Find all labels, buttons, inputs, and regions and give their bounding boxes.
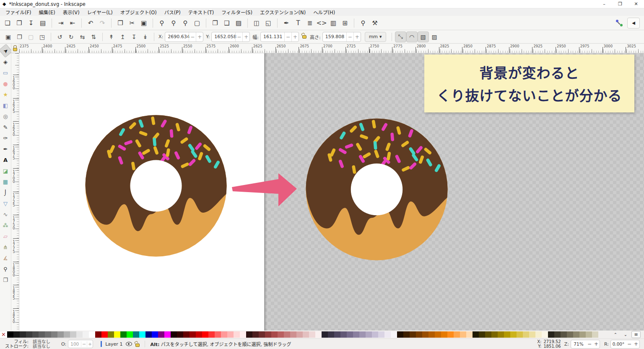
zoom-increment-button[interactable]: + bbox=[593, 341, 600, 347]
palette-swatch-56[interactable] bbox=[353, 331, 359, 338]
height-decrement-button[interactable]: − bbox=[346, 32, 353, 42]
lock-guides-icon[interactable] bbox=[13, 48, 17, 51]
palette-swatch-74[interactable] bbox=[466, 331, 473, 338]
print-icon[interactable]: ▤ bbox=[37, 17, 49, 29]
box-3d-tool[interactable]: ◧ bbox=[1, 100, 10, 110]
palette-swatch-71[interactable] bbox=[447, 331, 454, 338]
palette-swatch-15[interactable] bbox=[95, 331, 101, 338]
palette-swatch-35[interactable] bbox=[221, 331, 227, 338]
ungroup-icon[interactable]: ◱ bbox=[262, 17, 274, 29]
palette-swatch-49[interactable] bbox=[309, 331, 315, 338]
x-increment-button[interactable]: + bbox=[196, 32, 203, 42]
menu-item-8[interactable]: フィルター(S) bbox=[218, 8, 256, 16]
palette-swatch-79[interactable] bbox=[498, 331, 504, 338]
lower-bottom-button[interactable]: ↡ bbox=[140, 31, 151, 42]
paint-bucket-tool[interactable]: ▽ bbox=[1, 198, 10, 208]
height-increment-button[interactable]: + bbox=[353, 32, 361, 42]
undo-icon[interactable]: ↶ bbox=[85, 17, 96, 29]
palette-swatch-7[interactable] bbox=[45, 331, 51, 338]
selector-tool[interactable]: ➤ bbox=[0, 44, 13, 57]
palette-swatch-65[interactable] bbox=[410, 331, 416, 338]
palette-swatch-93[interactable] bbox=[586, 331, 592, 338]
preferences-icon[interactable]: ⚒ bbox=[369, 17, 381, 29]
note-box[interactable]: 背景が変わると くり抜けてないことが分かる bbox=[424, 55, 634, 112]
opacity-decrement-button[interactable]: − bbox=[81, 341, 87, 347]
arrow-shape[interactable] bbox=[231, 171, 299, 209]
y-input[interactable]: 1652.058 bbox=[212, 34, 235, 39]
bezier-pen-tool[interactable]: ✑ bbox=[1, 133, 10, 143]
raise-top-button[interactable]: ↟ bbox=[106, 31, 117, 42]
palette-swatch-9[interactable] bbox=[57, 331, 64, 338]
zoom-fit-icon[interactable]: ▢ bbox=[191, 17, 203, 29]
tweak-tool[interactable]: ∿ bbox=[1, 209, 10, 219]
pencil-tool[interactable]: ✎ bbox=[1, 122, 10, 132]
palette-swatch-29[interactable] bbox=[183, 331, 190, 338]
donut-on-checker[interactable] bbox=[304, 117, 449, 262]
clone-icon[interactable]: ❑ bbox=[221, 17, 233, 29]
palette-swatch-59[interactable] bbox=[372, 331, 378, 338]
palette-swatch-70[interactable] bbox=[441, 331, 447, 338]
palette-swatch-82[interactable] bbox=[517, 331, 523, 338]
opacity-input[interactable]: 100 bbox=[68, 341, 81, 346]
unit-dropdown[interactable]: mm▾ bbox=[365, 32, 386, 42]
dropper-tool[interactable]: ⌡ bbox=[1, 188, 10, 198]
palette-swatch-24[interactable] bbox=[152, 331, 158, 338]
paste-icon[interactable]: ▣ bbox=[138, 17, 150, 29]
zoom-drawing-icon[interactable]: ⚲ bbox=[168, 17, 179, 29]
menu-item-3[interactable]: 表示(V) bbox=[59, 8, 83, 16]
flip-horizontal-button[interactable]: ⇆ bbox=[77, 31, 88, 42]
layer-lock-icon[interactable] bbox=[135, 344, 140, 347]
width-decrement-button[interactable]: − bbox=[284, 32, 291, 42]
copy-icon[interactable]: ❐ bbox=[114, 17, 126, 29]
zoom-selection-icon[interactable]: ⚲ bbox=[156, 17, 168, 29]
redo-icon[interactable]: ↷ bbox=[96, 17, 108, 29]
save-icon[interactable]: ↧ bbox=[25, 17, 37, 29]
select-all-button[interactable]: ▣ bbox=[3, 31, 14, 42]
palette-swatch-20[interactable] bbox=[127, 331, 133, 338]
palette-swatch-62[interactable] bbox=[391, 331, 397, 338]
palette-swatch-28[interactable] bbox=[177, 331, 183, 338]
menu-item-1[interactable]: ファイル(F) bbox=[2, 8, 35, 16]
node-editor-tool[interactable]: ◈ bbox=[1, 57, 10, 67]
palette-swatch-22[interactable] bbox=[139, 331, 145, 338]
zoom-tool[interactable]: ⚲ bbox=[1, 264, 10, 274]
export-icon[interactable]: ⇤ bbox=[67, 17, 78, 29]
palette-swatch-89[interactable] bbox=[561, 331, 567, 338]
eraser-tool[interactable]: ▱ bbox=[1, 231, 10, 241]
palette-swatch-51[interactable] bbox=[322, 331, 328, 338]
align-distribute-icon[interactable]: ⊞ bbox=[339, 17, 351, 29]
palette-swatch-68[interactable] bbox=[428, 331, 435, 338]
palette-swatch-85[interactable] bbox=[535, 331, 542, 338]
palette-swatch-75[interactable] bbox=[473, 331, 479, 338]
measure-tool[interactable]: ∡ bbox=[1, 253, 10, 263]
pages-tool[interactable]: ❐ bbox=[1, 275, 10, 285]
menu-item-9[interactable]: エクステンション(N) bbox=[256, 8, 309, 16]
palette-swatch-81[interactable] bbox=[510, 331, 517, 338]
palette-swatch-66[interactable] bbox=[416, 331, 422, 338]
rotate-cw-button[interactable]: ↻ bbox=[65, 31, 77, 42]
palette-swatch-60[interactable] bbox=[378, 331, 384, 338]
palette-swatch-13[interactable] bbox=[83, 331, 89, 338]
snap-icon[interactable] bbox=[615, 19, 623, 27]
palette-swatch-64[interactable] bbox=[403, 331, 410, 338]
palette-scroll-up-icon[interactable]: ⌃ bbox=[611, 331, 620, 338]
text-tool[interactable]: A bbox=[1, 155, 10, 165]
palette-swatch-48[interactable] bbox=[303, 331, 309, 338]
donut-on-white[interactable] bbox=[84, 114, 228, 258]
palette-swatch-52[interactable] bbox=[328, 331, 334, 338]
palette-swatch-94[interactable] bbox=[592, 331, 598, 338]
palette-swatch-12[interactable] bbox=[76, 331, 83, 338]
palette-swatch-67[interactable] bbox=[422, 331, 428, 338]
palette-swatch-55[interactable] bbox=[347, 331, 353, 338]
restore-button[interactable]: ❐ bbox=[612, 0, 628, 8]
ruler-corner[interactable] bbox=[11, 44, 19, 53]
palette-swatch-69[interactable] bbox=[435, 331, 441, 338]
text-dialog-icon[interactable]: T bbox=[292, 17, 304, 29]
palette-swatch-47[interactable] bbox=[296, 331, 303, 338]
palette-swatch-14[interactable] bbox=[89, 331, 95, 338]
gradient-tool[interactable]: ◪ bbox=[1, 166, 10, 176]
palette-swatch-57[interactable] bbox=[359, 331, 366, 338]
palette-swatch-25[interactable] bbox=[158, 331, 164, 338]
document-properties-icon[interactable]: ▥ bbox=[327, 17, 339, 29]
palette-swatch-92[interactable] bbox=[579, 331, 586, 338]
